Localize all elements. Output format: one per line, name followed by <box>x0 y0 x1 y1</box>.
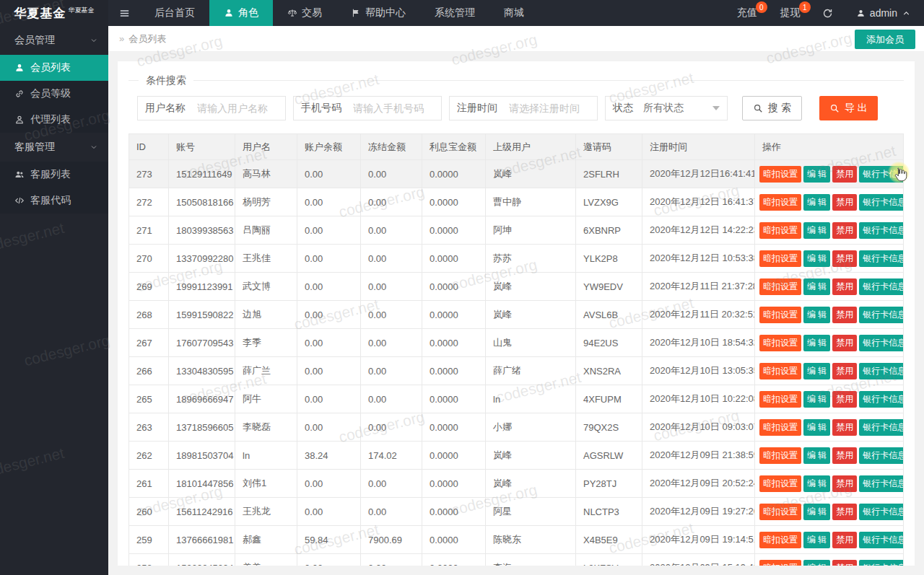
sidebar-group-header[interactable]: 会员管理 <box>0 26 108 55</box>
bank-card-button[interactable]: 银行卡信息 <box>859 222 903 239</box>
cell-balance: 0.00 <box>297 385 361 413</box>
edit-button[interactable]: 编 辑 <box>803 194 830 211</box>
topnav-item[interactable]: 系统管理 <box>420 0 489 26</box>
disable-button[interactable]: 禁用 <box>832 307 857 323</box>
bank-card-button[interactable]: 银行卡信息 <box>859 475 903 492</box>
bank-card-button[interactable]: 银行卡信息 <box>859 194 903 211</box>
bank-card-button[interactable]: 银行卡信息 <box>859 560 903 566</box>
hidden-deduct-button[interactable]: 暗扣设置 <box>759 391 801 408</box>
bank-card-button[interactable]: 银行卡信息 <box>859 250 903 267</box>
sidebar-item[interactable]: 客服代码 <box>0 188 108 214</box>
hidden-deduct-button[interactable]: 暗扣设置 <box>759 250 801 267</box>
edit-button[interactable]: 编 辑 <box>803 335 830 351</box>
hidden-deduct-button[interactable]: 暗扣设置 <box>759 278 801 295</box>
disable-button[interactable]: 禁用 <box>832 475 857 492</box>
disable-button[interactable]: 禁用 <box>832 166 857 183</box>
sidebar-group-header[interactable]: 客服管理 <box>0 133 108 162</box>
disable-button[interactable]: 禁用 <box>832 250 857 267</box>
status-select[interactable]: 状态 所有状态 <box>605 96 728 120</box>
menu-toggle-icon[interactable] <box>108 0 140 26</box>
recharge-link[interactable]: 充值 0 <box>725 0 769 26</box>
hidden-deduct-button[interactable]: 暗扣设置 <box>759 475 801 492</box>
disable-button[interactable]: 禁用 <box>832 278 857 295</box>
sidebar-group-label: 客服管理 <box>14 141 55 154</box>
user-menu[interactable]: admin <box>843 0 924 26</box>
edit-button[interactable]: 编 辑 <box>803 278 830 295</box>
bank-card-button[interactable]: 银行卡信息 <box>859 391 903 408</box>
disable-button[interactable]: 禁用 <box>832 222 857 239</box>
edit-button[interactable]: 编 辑 <box>803 504 830 520</box>
bank-card-button[interactable]: 银行卡信息 <box>859 307 903 323</box>
edit-button[interactable]: 编 辑 <box>803 166 830 183</box>
disable-button[interactable]: 禁用 <box>832 419 857 436</box>
bank-card-button[interactable]: 银行卡信息 <box>859 532 903 548</box>
edit-button[interactable]: 编 辑 <box>803 391 830 408</box>
withdraw-link[interactable]: 提现 1 <box>769 0 812 26</box>
cell-interest: 0.0000 <box>422 329 486 357</box>
cell-username: 王兆佳 <box>235 245 297 273</box>
cell-invite: 94E2US <box>576 329 642 357</box>
hidden-deduct-button[interactable]: 暗扣设置 <box>759 335 801 351</box>
disable-button[interactable]: 禁用 <box>832 335 857 351</box>
bank-card-button[interactable]: 银行卡信息 <box>859 419 903 436</box>
cell-frozen: 0.00 <box>361 216 422 245</box>
hidden-deduct-button[interactable]: 暗扣设置 <box>759 560 801 566</box>
bank-card-button[interactable]: 银行卡信息 <box>859 363 903 379</box>
edit-button[interactable]: 编 辑 <box>803 222 830 239</box>
refresh-icon[interactable] <box>812 0 843 26</box>
hidden-deduct-button[interactable]: 暗扣设置 <box>759 166 801 183</box>
hidden-deduct-button[interactable]: 暗扣设置 <box>759 194 801 211</box>
sidebar-item[interactable]: 会员等级 <box>0 81 108 107</box>
bank-card-button[interactable]: 银行卡信息 <box>859 335 903 351</box>
bank-card-button[interactable]: 银行卡信息 <box>859 447 903 464</box>
edit-button[interactable]: 编 辑 <box>803 363 830 379</box>
bank-card-button[interactable]: 银行卡信息 <box>859 166 903 183</box>
edit-button[interactable]: 编 辑 <box>803 250 830 267</box>
breadcrumb-current[interactable]: 会员列表 <box>128 32 166 45</box>
add-member-button[interactable]: 添加会员 <box>855 30 915 49</box>
topnav-item[interactable]: 后台首页 <box>140 0 209 26</box>
table-row: 26313718596605李晓磊0.000.000.0000小娜79QX2S2… <box>129 413 904 442</box>
edit-button[interactable]: 编 辑 <box>803 447 830 464</box>
disable-button[interactable]: 禁用 <box>832 194 857 211</box>
disable-button[interactable]: 禁用 <box>832 447 857 464</box>
edit-button[interactable]: 编 辑 <box>803 419 830 436</box>
disable-button[interactable]: 禁用 <box>832 363 857 379</box>
edit-button[interactable]: 编 辑 <box>803 475 830 492</box>
cell-frozen: 0.00 <box>361 301 422 329</box>
disable-button[interactable]: 禁用 <box>832 391 857 408</box>
phone-input[interactable] <box>349 97 441 119</box>
sidebar-item[interactable]: 客服列表 <box>0 162 108 188</box>
disable-button[interactable]: 禁用 <box>832 532 857 548</box>
topnav-item[interactable]: 角色 <box>209 0 273 26</box>
username-input[interactable] <box>193 97 285 119</box>
hidden-deduct-button[interactable]: 暗扣设置 <box>759 447 801 464</box>
edit-button[interactable]: 编 辑 <box>803 532 830 548</box>
topnav-item[interactable]: 商城 <box>489 0 539 26</box>
bank-card-button[interactable]: 银行卡信息 <box>859 504 903 520</box>
hidden-deduct-button[interactable]: 暗扣设置 <box>759 307 801 323</box>
table-row: 27215050818166杨明芳0.000.000.0000曹中静LVZX9G… <box>129 188 904 216</box>
sidebar-item[interactable]: 会员列表 <box>0 55 108 81</box>
disable-button[interactable]: 禁用 <box>832 560 857 566</box>
edit-button[interactable]: 编 辑 <box>803 560 830 566</box>
hidden-deduct-button[interactable]: 暗扣设置 <box>759 222 801 239</box>
cell-id: 265 <box>129 385 169 413</box>
sidebar-item[interactable]: 代理列表 <box>0 107 108 133</box>
topnav-item[interactable]: 交易 <box>273 0 336 26</box>
hidden-deduct-button[interactable]: 暗扣设置 <box>759 363 801 379</box>
export-button[interactable]: 导 出 <box>819 96 878 120</box>
table-body: 27315129111649高马林0.000.000.0000岚峰2SFLRH2… <box>129 160 904 566</box>
bank-card-button[interactable]: 银行卡信息 <box>859 278 903 295</box>
topnav-item[interactable]: 帮助中心 <box>336 0 420 26</box>
search-button[interactable]: 搜 索 <box>742 96 802 120</box>
regtime-input[interactable] <box>505 97 597 119</box>
cell-frozen: 0.00 <box>361 188 422 216</box>
table-row: 25913766661981郝鑫59.847900.690.0000陈晓东X4B… <box>129 526 904 554</box>
hidden-deduct-button[interactable]: 暗扣设置 <box>759 419 801 436</box>
edit-button[interactable]: 编 辑 <box>803 307 830 323</box>
hidden-deduct-button[interactable]: 暗扣设置 <box>759 504 801 520</box>
brand-subtitle: 华夏基金 <box>69 6 95 15</box>
hidden-deduct-button[interactable]: 暗扣设置 <box>759 532 801 548</box>
disable-button[interactable]: 禁用 <box>832 504 857 520</box>
